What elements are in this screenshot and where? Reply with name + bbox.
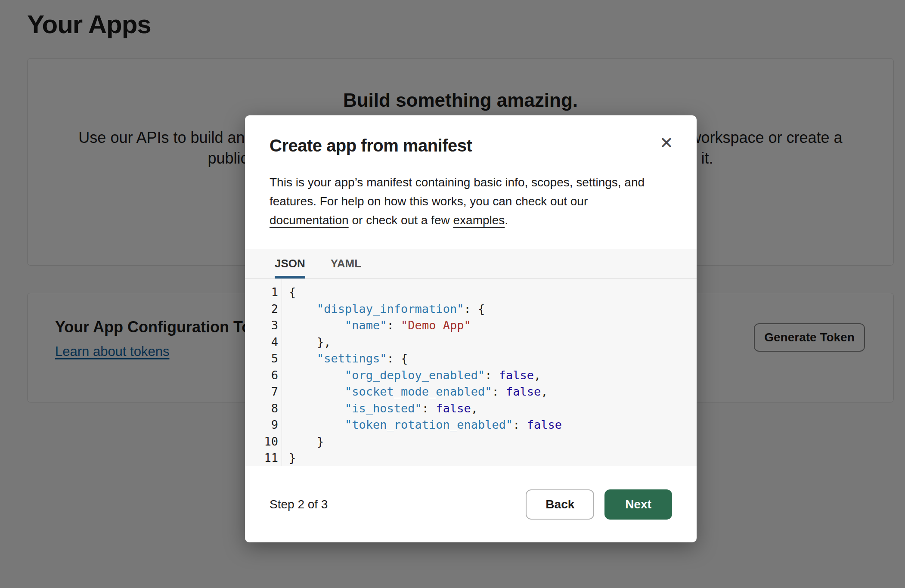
description-line: documentation or check out a few example… [270, 211, 672, 230]
manifest-editor-section: JSON YAML 1234567891011 { "display_infor… [245, 249, 697, 466]
description-line: features. For help on how this works, yo… [270, 192, 672, 211]
footer-buttons: Back Next [526, 489, 672, 520]
tab-json[interactable]: JSON [275, 249, 305, 279]
close-icon: ✕ [660, 134, 673, 152]
next-button[interactable]: Next [604, 489, 672, 520]
modal-title: Create app from manifest [270, 136, 672, 155]
tab-yaml[interactable]: YAML [331, 249, 361, 279]
description-line: This is your app’s manifest containing b… [270, 173, 672, 192]
editor-code: { "display_information": { "name": "Demo… [282, 279, 697, 466]
back-button[interactable]: Back [526, 489, 594, 520]
close-button[interactable]: ✕ [655, 132, 678, 154]
documentation-link[interactable]: documentation [270, 214, 349, 227]
modal-footer: Step 2 of 3 Back Next [245, 466, 697, 542]
examples-link[interactable]: examples [453, 214, 505, 227]
description-text: or check out a few [349, 214, 453, 227]
create-app-from-manifest-modal: Create app from manifest ✕ This is your … [245, 115, 697, 542]
modal-description: This is your app’s manifest containing b… [270, 173, 672, 230]
step-indicator: Step 2 of 3 [270, 498, 328, 511]
editor-tab-bar: JSON YAML [245, 249, 697, 279]
description-text: . [505, 214, 508, 227]
editor-gutter: 1234567891011 [245, 279, 282, 466]
manifest-code-editor[interactable]: 1234567891011 { "display_information": {… [245, 279, 697, 466]
modal-header: Create app from manifest ✕ [245, 115, 697, 155]
